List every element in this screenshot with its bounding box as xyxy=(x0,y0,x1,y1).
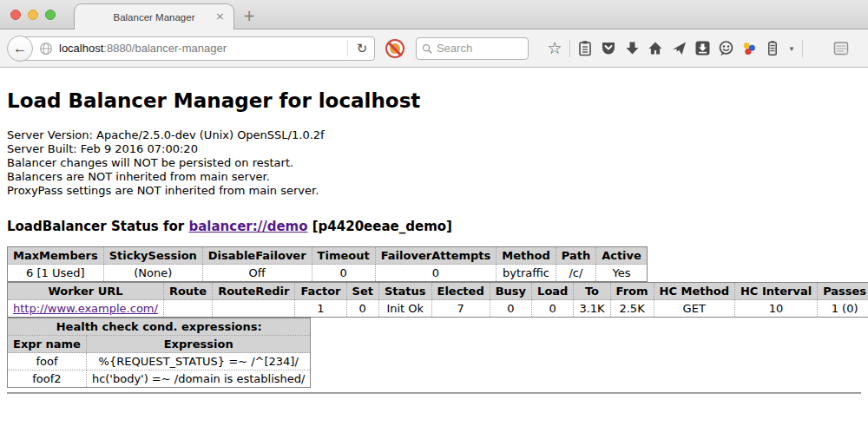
column-header: HC Interval xyxy=(734,283,817,300)
table-header-row: MaxMembers StickySession DisableFailover… xyxy=(8,247,648,265)
overflow-caret-icon[interactable]: ▾ xyxy=(787,39,796,58)
cell-passes: 1 (0) xyxy=(818,300,868,318)
cell-load: 0 xyxy=(532,300,574,318)
cell-method: bytraffic xyxy=(496,265,556,282)
worker-url-link[interactable]: http://www.example.com/ xyxy=(13,302,158,315)
url-path: :8880/balancer-manager xyxy=(103,42,227,55)
column-header: RouteRedir xyxy=(213,283,295,300)
urlbar-divider xyxy=(347,41,348,56)
home-icon[interactable] xyxy=(647,39,664,58)
proxypass-note-line: ProxyPass settings are NOT inherited fro… xyxy=(7,184,861,198)
grid-extension-icon[interactable] xyxy=(832,39,850,58)
balancer-demo-link[interactable]: balancer://demo xyxy=(188,219,307,234)
column-header: To xyxy=(574,283,610,300)
new-tab-button[interactable]: + xyxy=(243,7,255,24)
back-button[interactable]: ← xyxy=(7,36,33,62)
search-input[interactable] xyxy=(437,42,523,55)
column-header: Path xyxy=(556,247,595,265)
cell-busy: 0 xyxy=(490,300,531,318)
menu-button[interactable] xyxy=(809,39,826,58)
url-bar[interactable]: localhost:8880/balancer-manager ↻ xyxy=(19,36,375,61)
cell-expression: hc('body') =~ /domain is established/ xyxy=(86,370,311,388)
url-domain: localhost xyxy=(59,42,103,55)
search-box[interactable] xyxy=(416,37,529,60)
cell-path: /c/ xyxy=(556,265,595,282)
cell-factor: 1 xyxy=(295,300,346,318)
column-header: From xyxy=(610,283,654,300)
back-arrow-icon: ← xyxy=(13,41,27,56)
column-header: Expression xyxy=(86,336,311,353)
column-header: Active xyxy=(596,247,648,265)
feedback-smiley-icon[interactable] xyxy=(717,39,734,58)
column-header: Passes xyxy=(818,283,868,300)
column-header: Elected xyxy=(431,283,490,300)
divider xyxy=(7,392,861,394)
navigation-toolbar: ← localhost:8880/balancer-manager ↻ ☆ xyxy=(0,29,868,68)
cell-status: Init Ok xyxy=(378,300,431,318)
titlebar: Balancer Manager × + xyxy=(0,0,868,29)
table-header-row: Worker URL Route RouteRedir Factor Set S… xyxy=(8,283,868,300)
page-content: Load Balancer Manager for localhost Serv… xyxy=(0,68,868,426)
health-check-table: Health check cond. expressions: Expr nam… xyxy=(7,318,311,388)
minimize-window-button[interactable] xyxy=(28,10,38,20)
column-header: FailoverAttempts xyxy=(375,247,496,265)
bookmark-star-icon[interactable]: ☆ xyxy=(546,39,563,58)
column-header: Set xyxy=(346,283,378,300)
fullscreen-window-button[interactable] xyxy=(45,10,56,20)
cell-to: 3.1K xyxy=(574,300,610,318)
table-row: 6 [1 Used] (None) Off 0 0 bytraffic /c/ … xyxy=(8,265,648,282)
cell-routeredir xyxy=(213,300,295,318)
toolbar-divider xyxy=(569,40,570,57)
column-header: Route xyxy=(163,283,212,300)
table-row: foof2 hc('body') =~ /domain is establish… xyxy=(8,370,311,388)
server-built-line: Server Built: Feb 9 2016 07:00:20 xyxy=(7,142,861,156)
table-header-row: Expr name Expression xyxy=(8,336,311,353)
table-row: http://www.example.com/ 1 0 Init Ok 7 0 … xyxy=(8,300,868,318)
cell-route xyxy=(163,300,212,318)
cell-hc-interval: 10 xyxy=(734,300,817,318)
status-heading-prefix: LoadBalancer Status for xyxy=(7,219,188,234)
column-header: Worker URL xyxy=(8,283,164,300)
cell-hc-method: GET xyxy=(654,300,734,318)
column-header: Load xyxy=(532,283,574,300)
column-header: StickySession xyxy=(103,247,202,265)
balancer-settings-table: MaxMembers StickySession DisableFailover… xyxy=(7,246,648,282)
server-info: Server Version: Apache/2.5.0-dev (Unix) … xyxy=(7,128,861,198)
close-window-button[interactable] xyxy=(10,10,21,20)
server-version-line: Server Version: Apache/2.5.0-dev (Unix) … xyxy=(7,128,861,142)
tab-balancer-manager[interactable]: Balancer Manager × xyxy=(74,3,234,29)
health-table-title: Health check cond. expressions: xyxy=(8,318,311,336)
column-header: HC Method xyxy=(654,283,734,300)
cell-worker-url: http://www.example.com/ xyxy=(8,300,164,318)
send-page-icon[interactable] xyxy=(670,39,687,58)
inherit-note-line: Balancers are NOT inherited from main se… xyxy=(7,170,861,184)
column-header: Expr name xyxy=(8,336,87,353)
worker-table: Worker URL Route RouteRedir Factor Set S… xyxy=(7,282,868,318)
battery-extension-icon[interactable] xyxy=(764,39,781,58)
cell-expr-name: foof xyxy=(8,353,87,370)
plugin-blocked-icon[interactable] xyxy=(385,39,404,58)
cell-timeout: 0 xyxy=(312,265,375,282)
url-text[interactable]: localhost:8880/balancer-manager xyxy=(59,42,345,55)
reload-button[interactable]: ↻ xyxy=(350,41,374,56)
status-heading-suffix: [p4420eeae_demo] xyxy=(308,219,452,234)
cell-expr-name: foof2 xyxy=(8,370,87,388)
cell-maxmembers: 6 [1 Used] xyxy=(8,265,104,282)
cell-expression: %{REQUEST_STATUS} =~ /^[234]/ xyxy=(86,353,311,370)
column-header: MaxMembers xyxy=(8,247,104,265)
toolbar-icons: ☆ xyxy=(546,39,850,58)
reading-list-icon[interactable] xyxy=(576,39,594,58)
persist-note-line: Balancer changes will NOT be persisted o… xyxy=(7,156,861,170)
browser-window: Balancer Manager × + ← localhost:8880/ba… xyxy=(0,0,868,426)
video-download-icon[interactable] xyxy=(694,39,711,58)
table-title-row: Health check cond. expressions: xyxy=(8,318,311,336)
pocket-icon[interactable] xyxy=(600,39,617,58)
colored-dots-extension-icon[interactable] xyxy=(740,39,758,58)
downloads-icon[interactable] xyxy=(623,39,641,58)
close-tab-icon[interactable]: × xyxy=(215,10,225,23)
cell-from: 2.5K xyxy=(610,300,654,318)
cell-failoverattempts: 0 xyxy=(375,265,496,282)
globe-icon xyxy=(39,42,53,56)
cell-set: 0 xyxy=(346,300,378,318)
traffic-lights xyxy=(10,10,56,20)
